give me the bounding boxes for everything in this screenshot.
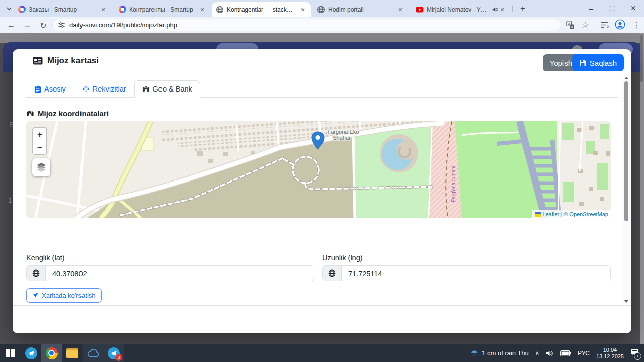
tab-label: Geo & Bank <box>153 85 192 93</box>
lat-input[interactable] <box>46 266 314 281</box>
modal-scrollbar-thumb[interactable] <box>624 81 628 221</box>
ukraine-flag-icon <box>535 212 541 217</box>
tab-title: Mirjalol Nematov - Yaraland <box>427 6 489 13</box>
battery-icon[interactable] <box>560 350 571 356</box>
zoom-out-button[interactable]: − <box>33 141 46 154</box>
tab-search-chevron-icon[interactable] <box>6 7 12 11</box>
translate-icon[interactable]: Aa <box>566 21 575 29</box>
browser-tab-kontragentlar-active[interactable]: Kontragentlar — stacked moda × <box>212 2 311 17</box>
dimmed-page-text: 1 <box>8 196 12 204</box>
tab-audio-icon[interactable] <box>492 6 498 13</box>
send-arrow-icon <box>32 292 39 299</box>
show-on-map-button[interactable]: Xaritada ko'rsatish <box>26 288 102 303</box>
profile-avatar-icon[interactable] <box>615 19 625 30</box>
modal-title-text: Mijoz kartasi <box>47 56 99 66</box>
tab-title: Hodim portali <box>328 6 393 13</box>
scroll-up-arrow[interactable] <box>624 77 628 79</box>
modal-tab-bar: Asosiy Rekvizitlar Geo & Bank <box>26 80 618 98</box>
map-marker-icon[interactable] <box>311 131 325 150</box>
lat-label: Kenglik (lat) <box>26 254 65 262</box>
cloud-icon <box>87 349 99 357</box>
layers-icon <box>36 162 47 173</box>
forward-button[interactable]: → <box>20 18 34 32</box>
taskbar-cloud-app[interactable] <box>83 344 103 362</box>
window-close-button[interactable]: × <box>623 0 644 17</box>
tab-close-icon[interactable]: × <box>299 6 307 14</box>
browser-tab-youtube[interactable]: Mirjalol Nematov - Yaraland × <box>412 2 510 17</box>
modal-footer <box>13 305 631 333</box>
youtube-favicon <box>416 6 424 14</box>
scroll-down-arrow[interactable] <box>624 300 628 303</box>
site-settings-icon[interactable] <box>58 21 65 29</box>
tab-close-icon[interactable]: × <box>99 6 107 14</box>
tab-title: Заказы - Smartup <box>29 6 96 13</box>
start-button[interactable] <box>0 344 21 362</box>
bookmark-star-icon[interactable]: ☆ <box>579 18 592 31</box>
lng-input[interactable] <box>342 266 610 281</box>
windows-logo-icon <box>6 349 15 357</box>
tab-close-icon[interactable]: × <box>498 6 506 14</box>
language-indicator[interactable]: РУС <box>578 350 590 357</box>
telegram-icon <box>25 347 37 359</box>
globe-favicon <box>216 6 224 14</box>
modal-body: Asosiy Rekvizitlar Geo & Bank Mijoz koor… <box>13 74 631 305</box>
map-attribution: Leaflet | © OpenStreetMap <box>532 210 611 218</box>
system-tray: ☂ 1 cm of rain Thu ∧ РУС 10:04 13.12.202… <box>471 347 644 360</box>
weather-text: 1 cm of rain Thu <box>481 349 529 357</box>
tab-separator <box>410 6 410 12</box>
window-minimize-button[interactable]: – <box>581 0 602 17</box>
leaflet-link[interactable]: Leaflet <box>542 211 559 217</box>
address-bar[interactable]: daily-suvi.com/19l/public/mijozlar.php <box>52 19 561 31</box>
tab-title: Контрагенты - Smartup <box>129 6 195 13</box>
svg-text:Shahar: Shahar <box>333 135 351 141</box>
browser-tab-hodim[interactable]: Hodim portali × <box>313 2 409 17</box>
browser-tab-zakazy[interactable]: Заказы - Smartup × <box>14 2 111 17</box>
modal-title: Mijoz kartasi <box>33 56 99 66</box>
osm-link[interactable]: © OpenStreetMap <box>564 211 608 217</box>
tab-separator <box>113 6 113 12</box>
tab-asosiy[interactable]: Asosiy <box>26 80 74 98</box>
new-tab-button[interactable]: + <box>516 3 529 15</box>
modal-scrollbar[interactable] <box>623 75 630 304</box>
tray-chevron-icon[interactable]: ∧ <box>535 350 539 356</box>
lat-input-group <box>26 265 314 281</box>
window-controls: – × <box>581 0 644 17</box>
globe-icon <box>323 266 342 281</box>
volume-icon[interactable] <box>546 350 554 357</box>
tab-geo-bank-active[interactable]: Geo & Bank <box>134 80 200 98</box>
zoom-in-button[interactable]: + <box>33 128 46 141</box>
taskbar-explorer[interactable] <box>62 344 83 362</box>
tray-time: 10:04 <box>596 347 624 353</box>
smartup-favicon <box>18 6 26 13</box>
tab-close-icon[interactable]: × <box>396 6 405 14</box>
page-scrollbar[interactable] <box>640 33 644 344</box>
tab-title: Kontragentlar — stacked moda <box>227 6 296 13</box>
leaflet-map[interactable]: Fargona Eko Shahar Farg'ona tumani + − <box>26 121 611 218</box>
tab-close-icon[interactable]: × <box>198 6 206 14</box>
svg-text:a: a <box>571 25 573 29</box>
weather-widget[interactable]: ☂ 1 cm of rain Thu <box>471 348 529 358</box>
clock[interactable]: 10:04 13.12.2025 <box>596 347 624 360</box>
map-place-label: Fargona Eko <box>328 129 359 135</box>
tab-label: Rekvizitlar <box>93 85 126 93</box>
menu-dots-icon[interactable]: ⋮ <box>630 18 643 31</box>
taskbar-telegram-2[interactable]: 3 <box>103 344 124 362</box>
id-card-icon <box>33 57 43 65</box>
save-icon <box>579 59 586 66</box>
modal-header: Mijoz kartasi × <box>13 49 631 74</box>
taskbar-chrome-active[interactable] <box>41 344 62 362</box>
window-maximize-button[interactable] <box>602 0 623 17</box>
map-district-label: Farg'ona tumani <box>451 166 456 202</box>
browser-toolbar: ← → ↻ daily-suvi.com/19l/public/mijozlar… <box>0 17 644 33</box>
back-button[interactable]: ← <box>4 18 18 32</box>
tab-rekvizitlar[interactable]: Rekvizitlar <box>74 80 134 98</box>
taskbar-telegram[interactable] <box>21 344 41 362</box>
tab-list-icon[interactable] <box>601 21 609 29</box>
map-layers-button[interactable] <box>32 158 50 176</box>
action-center-button[interactable]: 1 <box>630 348 639 358</box>
saqlash-button[interactable]: Saqlash <box>572 54 624 71</box>
reload-button[interactable]: ↻ <box>36 18 50 32</box>
browser-tab-kontragenty[interactable]: Контрагенты - Smartup × <box>115 2 210 17</box>
lng-input-group <box>322 265 611 281</box>
page-scrollbar-thumb[interactable] <box>640 34 643 82</box>
